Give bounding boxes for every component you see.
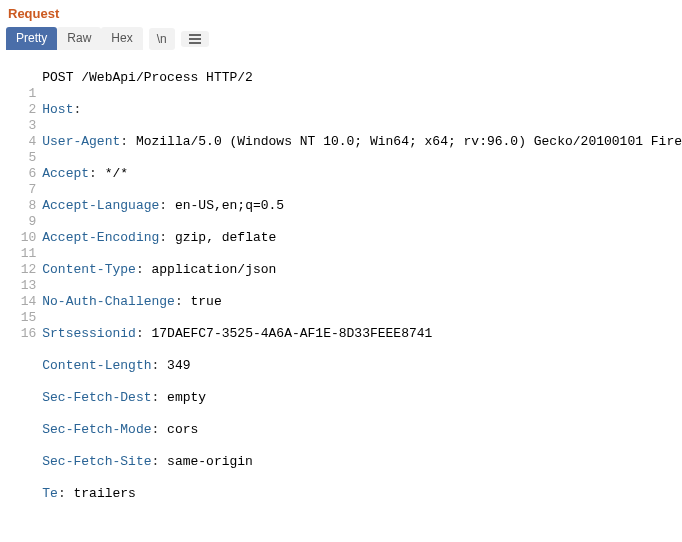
hamburger-icon[interactable] [181,31,209,47]
header-value: same-origin [167,454,253,469]
header-value: 349 [167,358,190,373]
svg-rect-2 [189,42,201,44]
header-key: Accept-Encoding [42,230,159,245]
tab-group: Pretty Raw Hex [6,27,143,50]
header-value: gzip, deflate [175,230,276,245]
header-key: Sec-Fetch-Dest [42,390,151,405]
header-key: Content-Length [42,358,151,373]
svg-rect-1 [189,38,201,40]
header-value: trailers [74,486,136,501]
header-value: Mozilla/5.0 (Windows NT 10.0; Win64; x64… [136,134,682,149]
header-key: No-Auth-Challenge [42,294,175,309]
line-gutter: 12345678910111213141516 [6,54,42,542]
header-value: */* [105,166,128,181]
header-key: Host [42,102,73,117]
header-key: Srtsessionid [42,326,136,341]
header-key: Accept [42,166,89,181]
header-value: empty [167,390,206,405]
header-value: en-US,en;q=0.5 [175,198,284,213]
tab-raw[interactable]: Raw [57,27,101,50]
header-key: Accept-Language [42,198,159,213]
newline-toggle-button[interactable]: \n [149,28,175,50]
tab-pretty[interactable]: Pretty [6,27,57,50]
header-key: Te [42,486,58,501]
header-value: 17DAEFC7-3525-4A6A-AF1E-8D33FEEE8741 [152,326,433,341]
svg-rect-0 [189,34,201,36]
view-toolbar: Pretty Raw Hex \n [6,27,682,52]
header-key: Sec-Fetch-Mode [42,422,151,437]
request-line: POST /WebApi/Process HTTP/2 [42,70,253,85]
code-block: 12345678910111213141516 POST /WebApi/Pro… [6,52,682,542]
code-content[interactable]: POST /WebApi/Process HTTP/2 Host: User-A… [42,54,682,542]
header-key: Content-Type [42,262,136,277]
header-value: true [191,294,222,309]
header-key: Sec-Fetch-Site [42,454,151,469]
header-key: User-Agent [42,134,120,149]
header-value: application/json [152,262,277,277]
tab-hex[interactable]: Hex [101,27,142,50]
panel-title: Request [6,4,682,27]
header-value: cors [167,422,198,437]
